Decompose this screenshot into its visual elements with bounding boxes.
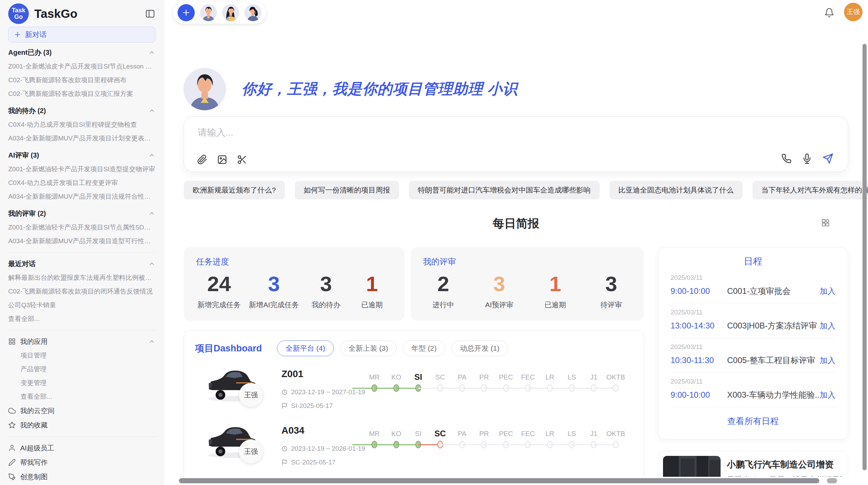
sidebar-item[interactable]: A034-全新新能源MUV产品开发项目法规符合性评审 [8,190,155,203]
milestone: LS [561,371,583,393]
composer-send-tools [781,153,833,164]
horizontal-scrollbar-thumb[interactable] [179,478,819,483]
clock-icon [281,446,288,452]
suggestion-chip[interactable]: 特朗普可能对进口汽车增税会对中国车企造成哪些影响 [409,181,600,199]
ai-employee-label: AI超级员工 [20,444,155,453]
filter-pill[interactable]: 年型 (2) [403,340,445,356]
sidebar-item-ai-employee[interactable]: AI超级员工 [8,441,155,455]
sidebar-item-help-write[interactable]: 帮我写作 [8,455,155,470]
milestone: SC [429,428,451,449]
schedule-card: 日程 2025/03/11 9:00-10:00 C001-立项审批会 加入 2… [658,247,848,439]
app-item[interactable]: 产品管理 [8,362,155,376]
app-item[interactable]: 变更管理 [8,376,155,390]
sidebar-item-favorites[interactable]: 我的收藏 [8,418,155,432]
sidebar-item[interactable]: Z001-全新燃油皮卡产品开发项目SI节点Lesson Learn报告 [8,60,155,73]
suggestion-chip[interactable]: 欧洲新规最近颁布了什么? [184,181,285,199]
contact-avatar[interactable] [244,4,262,21]
project-date-range: 2023-12-19 ~ 2026-01-19 [291,445,365,452]
filter-pill[interactable]: 全新上装 (3) [340,340,397,356]
metric-label: AI预评审 [480,300,518,310]
recent-conversations-header[interactable]: 最近对话 [8,257,155,271]
sidebar-item-my-apps[interactable]: 我的应用 [8,334,155,349]
project-row[interactable]: 王强 A034 2023-12-19 ~ 2026-01-19 SC-2025-… [184,418,643,475]
image-icon[interactable] [217,154,227,165]
metric-label: 已逾期 [353,300,391,310]
sidebar-group-header[interactable]: 我的评审 (2) [8,206,155,221]
vertical-scrollbar[interactable] [863,0,867,477]
divider [8,252,155,252]
milestone-label: PA [451,371,473,383]
sidebar-item[interactable]: C02-飞腾新能源轻客改款项目立项汇报方案 [8,87,155,101]
milestone-dot-row [605,441,627,449]
milestone: KO [385,371,407,393]
app-item[interactable]: 项目管理 [8,349,155,362]
event-join-link[interactable]: 加入 [820,286,835,297]
scissors-icon[interactable] [237,154,247,165]
milestone: MR [363,371,385,393]
app-item[interactable]: 查看全部... [8,390,155,403]
sidebar-item-creative-draw[interactable]: 创意制图 [8,470,155,484]
sidebar-collapse-icon[interactable] [145,9,155,19]
event-join-link[interactable]: 加入 [820,355,835,366]
recent-view-all-link[interactable]: 查看全部... [8,312,155,326]
recent-conversation-item[interactable]: C02-飞腾新能源轻客改款项目的闭环通告反馈情况 [8,285,155,298]
event-join-link[interactable]: 加入 [820,390,835,400]
recent-conversation-item[interactable]: 解释最新出台的欧盟报废车法规再生塑料比例被调至15%... [8,271,155,285]
sidebar-group-header[interactable]: 我的待办 (2) [8,103,155,118]
milestone: FEC [517,428,539,449]
metric: 24 新增完成任务 [197,271,241,310]
microphone-icon[interactable] [802,153,812,164]
vertical-scrollbar-thumb[interactable] [863,44,867,470]
paperclip-icon[interactable] [197,154,207,165]
send-icon[interactable] [822,153,833,164]
add-conversation-button[interactable] [178,4,195,21]
new-chat-button[interactable]: 新对话 [8,27,155,42]
sidebar-item[interactable]: A034-全新新能源MUV产品开发项目造型可行性评审 [8,234,155,248]
layout-grid-icon[interactable] [821,218,830,229]
recent-conversation-item[interactable]: 公司Q3轻卡销量 [8,298,155,312]
chat-input-box[interactable]: 请输入... [184,116,848,172]
milestone-connector [440,444,462,445]
sidebar-item[interactable]: C02-飞腾新能源轻客改款项目里程碑画布 [8,73,155,87]
milestone-label: PEC [495,371,517,383]
milestone-connector [550,388,572,389]
milestone-connector [484,388,506,389]
milestone-label: MR [363,428,385,439]
filter-pill[interactable]: 动总开发 (1) [451,340,508,356]
project-row[interactable]: 王强 Z001 2023-12-19 ~ 2027-01-19 SI-2025-… [184,362,643,418]
sidebar-item[interactable]: Z001-全新燃油轻卡产品开发项目SI节点属性5D文件评审 [8,221,155,234]
sidebar-item[interactable]: A034-全新新能源MUV产品开发项目计划变更表编写 [8,132,155,145]
sidebar-item-cloud-space[interactable]: 我的云空间 [8,403,155,418]
event-name: C003|H0B-方案冻结评审 [727,320,820,331]
suggestion-chip[interactable]: 当下年轻人对汽车外观有怎样的喜好趋势 [752,181,868,199]
milestone-label: FEC [517,428,539,439]
news-title: 小鹏飞行汽车制造公司增资 [727,459,834,471]
view-all-schedule-link[interactable]: 查看所有日程 [671,407,835,427]
sidebar-item[interactable]: C0X4-动力总成开发项目SI里程碑提交物检查 [8,118,155,132]
taskgo-logo: Task Go [8,3,29,24]
chat-input-placeholder: 请输入... [198,126,233,139]
task-progress-card: 任务进度 24 新增完成任务 3 新增AI完成任务 3 我的待办 [184,247,405,321]
ai-employee-icon [8,444,16,452]
suggestion-chip[interactable]: 如何写一份清晰的项目周报 [295,181,399,199]
event-join-link[interactable]: 加入 [820,321,835,331]
contact-avatar[interactable] [200,4,217,21]
notification-bell-icon[interactable] [824,8,834,19]
filter-pill[interactable]: 全新平台 (4) [277,340,334,356]
sidebar-group-header[interactable]: AI评审 (3) [8,148,155,162]
apps-grid-icon [8,338,16,345]
sidebar-item[interactable]: Z001-全新燃油轻卡产品开发项目SI造型提交物评审 [8,162,155,176]
metric-value: 3 [307,271,345,297]
milestone-connector [396,388,418,389]
milestone-label: PR [473,428,495,439]
sidebar-group-header[interactable]: Agent已办 (3) [8,45,155,60]
phone-icon[interactable] [781,153,792,164]
horizontal-scrollbar-thumb-secondary[interactable] [827,478,837,483]
contact-avatar[interactable] [222,4,239,21]
horizontal-scrollbar[interactable] [164,477,868,485]
suggestion-chip[interactable]: 比亚迪全固态电池计划具体说了什么 [610,181,743,199]
daily-brief-title: 每日简报 [493,217,539,230]
milestone-label: LS [561,428,583,439]
sidebar-item[interactable]: C0X4-动力总成开发项目工程变更评审 [8,176,155,190]
user-avatar[interactable]: 王强 [844,3,863,21]
